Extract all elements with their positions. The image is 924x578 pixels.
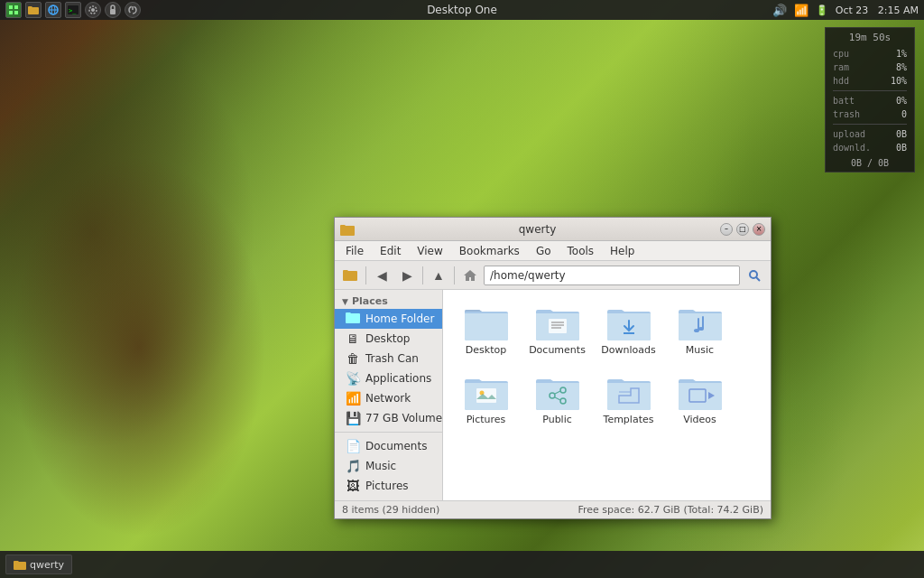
sidebar-item-label-pictures: Pictures — [365, 480, 409, 492]
sidebar-item-home[interactable]: Home Folder — [335, 309, 442, 329]
fm-menubar: File Edit View Bookmarks Go Tools Help — [335, 241, 771, 261]
folder-item-templates[interactable]: Templates — [595, 368, 662, 431]
folder-icon-pictures — [465, 374, 508, 410]
folder-label-templates: Templates — [604, 414, 654, 425]
svg-rect-16 — [549, 319, 567, 333]
search-button[interactable] — [742, 264, 767, 287]
svg-rect-3 — [14, 11, 18, 14]
folder-label-videos: Videos — [683, 414, 716, 425]
sysmon-net-bar-text: 0B / 0B — [851, 158, 889, 168]
sysmon-ram-label: ram — [833, 61, 849, 74]
statusbar-freespace: Free space: 62.7 GiB (Total: 74.2 GiB) — [578, 504, 763, 516]
app-icon-browser[interactable] — [45, 2, 61, 18]
folder-label-desktop: Desktop — [466, 344, 506, 356]
menu-tools[interactable]: Tools — [560, 243, 602, 259]
folder-label-documents: Documents — [529, 344, 586, 356]
minimize-button[interactable]: – — [720, 223, 733, 236]
menu-view[interactable]: View — [410, 243, 449, 259]
desktop-title-text: Desktop One — [427, 4, 497, 16]
menu-bookmarks[interactable]: Bookmarks — [452, 243, 527, 259]
battery-icon[interactable]: 🔋 — [816, 5, 828, 16]
sidebar-item-trash[interactable]: 🗑 Trash Can — [335, 349, 442, 368]
volume-icon[interactable]: 🔊 — [772, 4, 787, 17]
folder-item-music[interactable]: Music — [666, 299, 734, 361]
app-icon-settings[interactable] — [85, 2, 101, 18]
sidebar-item-label-documents: Documents — [365, 440, 427, 452]
taskbar-top-left: >_ — [5, 2, 141, 18]
app-icon-power[interactable] — [125, 2, 141, 18]
fm-grid: Desktop Documents — [452, 299, 762, 431]
sidebar-item-network[interactable]: 📶 Network — [335, 388, 442, 408]
app-icon-folder[interactable] — [25, 2, 42, 18]
sysmon-trash-row: trash 0 — [833, 107, 907, 121]
folder-item-videos[interactable]: Videos — [666, 368, 734, 431]
menu-go[interactable]: Go — [529, 243, 559, 259]
folder-item-desktop[interactable]: Desktop — [452, 299, 520, 361]
sidebar-item-pictures[interactable]: 🖼 Pictures — [335, 476, 442, 496]
sidebar-item-label-network: Network — [365, 392, 411, 405]
folder-item-documents[interactable]: Documents — [523, 299, 591, 361]
sysmon-cpu-label: cpu — [833, 47, 849, 61]
folder-icon-public — [536, 374, 579, 410]
svg-rect-11 — [110, 9, 116, 14]
system-monitor-widget: 19m 50s cpu 1% ram 8% hdd 10% batt 0% tr… — [825, 27, 915, 172]
sidebar-item-label-desktop: Desktop — [365, 332, 411, 345]
fm-content: Desktop Documents — [443, 290, 771, 500]
home-button[interactable] — [458, 264, 482, 287]
sysmon-hdd-val: 10% — [891, 74, 907, 88]
svg-text:>_: >_ — [69, 7, 77, 14]
fm-sidebar: ▼ Places Home Folder 🖥 Desktop 🗑 Trash C… — [335, 290, 443, 500]
fm-titlebar[interactable]: qwerty – □ × — [335, 218, 771, 241]
folder-item-pictures[interactable]: Pictures — [452, 368, 520, 431]
app-launcher-icon-1[interactable] — [5, 2, 22, 18]
menu-help[interactable]: Help — [603, 243, 642, 259]
sidebar-item-documents[interactable]: 📄 Documents — [335, 436, 442, 456]
folder-item-public[interactable]: Public — [523, 368, 591, 431]
sysmon-download-row: downld. 0B — [833, 141, 907, 154]
close-button[interactable]: × — [753, 223, 765, 236]
taskbar-bottom-item-qwerty[interactable]: qwerty — [5, 555, 72, 574]
sysmon-upload-row: upload 0B — [833, 127, 907, 141]
menu-edit[interactable]: Edit — [373, 243, 408, 259]
folder-icon-btn[interactable] — [338, 264, 362, 287]
taskbar-bottom: qwerty — [0, 551, 924, 578]
sidebar-chevron-icon: ▼ — [342, 297, 348, 306]
sidebar-item-music[interactable]: 🎵 Music — [335, 456, 442, 476]
menu-file[interactable]: File — [338, 243, 371, 259]
sysmon-net-bar: 0B / 0B — [833, 158, 907, 168]
sysmon-hdd-label: hdd — [833, 74, 849, 88]
datetime-display[interactable]: Oct 23 2:15 AM — [836, 5, 919, 16]
svg-point-14 — [750, 271, 757, 278]
address-bar[interactable]: /home/qwerty — [484, 266, 740, 285]
sidebar-item-label-volume: 77 GB Volume — [365, 412, 442, 424]
music-sidebar-icon: 🎵 — [346, 459, 360, 473]
network-icon: 📶 — [346, 391, 360, 406]
sidebar-item-label-music: Music — [365, 460, 396, 472]
app-icon-lock[interactable] — [105, 2, 121, 18]
sysmon-download-val: 0B — [896, 141, 907, 154]
svg-rect-23 — [476, 388, 496, 403]
sidebar-item-applications[interactable]: 📡 Applications — [335, 368, 442, 388]
up-button[interactable]: ▲ — [427, 264, 450, 287]
folder-item-downloads[interactable]: Downloads — [595, 299, 662, 361]
sysmon-trash-label: trash — [833, 107, 860, 121]
sysmon-ram-val: 8% — [896, 61, 907, 74]
sysmon-timer: 19m 50s — [833, 32, 907, 43]
fm-toolbar: ◀ ▶ ▲ /home/qwerty — [335, 261, 771, 290]
back-button[interactable]: ◀ — [370, 264, 393, 287]
sysmon-batt-row: batt 0% — [833, 94, 907, 107]
app-icon-terminal[interactable]: >_ — [65, 2, 81, 18]
sidebar-header: ▼ Places — [335, 294, 442, 309]
sysmon-trash-val: 0 — [901, 107, 907, 121]
home-folder-icon — [346, 312, 360, 326]
forward-button[interactable]: ▶ — [395, 264, 419, 287]
sidebar-divider — [335, 432, 442, 433]
sidebar-item-volume[interactable]: 💾 77 GB Volume — [335, 408, 442, 428]
maximize-button[interactable]: □ — [736, 223, 749, 236]
sidebar-item-desktop[interactable]: 🖥 Desktop — [335, 329, 442, 349]
wifi-icon[interactable]: 📶 — [794, 4, 808, 17]
documents-sidebar-icon: 📄 — [346, 439, 360, 453]
taskbar-top: >_ Desktop One 🔊 📶 🔋 Oct 23 2:15 AM — [0, 0, 924, 20]
sidebar-item-label-home: Home Folder — [365, 312, 434, 325]
folder-icon-downloads — [607, 304, 651, 340]
